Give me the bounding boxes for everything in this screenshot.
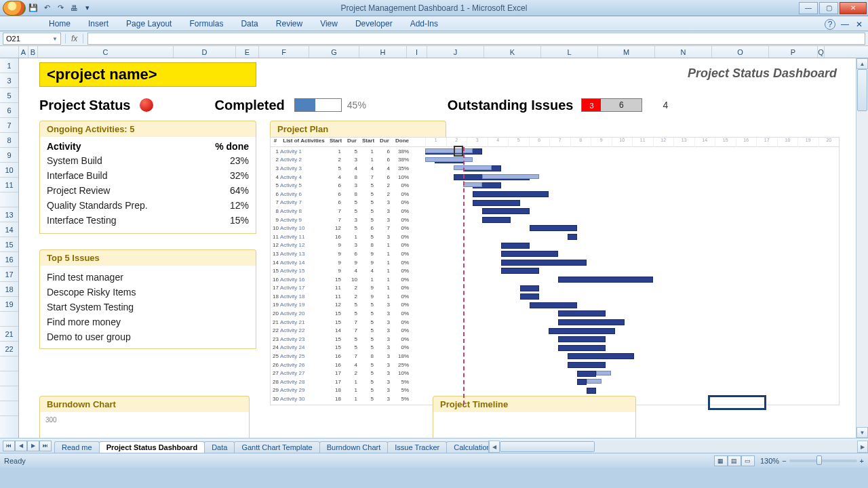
gantt-bar [568, 234, 577, 240]
qat-redo-icon[interactable]: ↷ [54, 2, 66, 14]
status-label: Project Status [39, 98, 130, 113]
ribbon-tab[interactable]: View [319, 17, 339, 30]
ribbon-tab[interactable]: Home [47, 17, 72, 30]
activity-row: System Build23% [47, 153, 249, 168]
sheet-tab[interactable]: Gantt Chart Template [234, 441, 319, 453]
gantt-selection-box [454, 146, 463, 157]
activity-row: Interface Build32% [47, 168, 249, 183]
qat-save-icon[interactable]: 💾 [27, 2, 39, 14]
quick-access-toolbar: 💾 ↶ ↷ 🖶 ▾ [0, 1, 94, 16]
zoom-slider[interactable] [789, 460, 857, 462]
scroll-left-icon[interactable]: ◀ [489, 441, 500, 453]
fx-icon[interactable]: fx [65, 34, 83, 43]
gantt-bar [520, 285, 539, 291]
scroll-thumb[interactable] [857, 69, 867, 111]
tab-nav-last-icon[interactable]: ⏭ [39, 441, 52, 451]
col-pct-done: % done [215, 141, 249, 152]
gantt-bar-actual [587, 379, 601, 384]
ribbon-tab[interactable]: Page Layout [125, 17, 173, 30]
gantt-bar [530, 302, 577, 308]
name-box[interactable]: O21▼ [3, 33, 61, 45]
issues-grey: 6 [601, 100, 642, 110]
ribbon-tab[interactable]: Developer [354, 17, 394, 30]
tab-nav-first-icon[interactable]: ⏮ [3, 441, 15, 451]
view-layout-icon[interactable]: ▤ [728, 455, 741, 466]
burndown-y-value: 300 [45, 416, 57, 424]
scroll-down-icon[interactable]: ▼ [856, 427, 868, 438]
summary-row: Project Status Completed 45% Outstanding… [39, 95, 837, 115]
close-button[interactable]: ✕ [840, 2, 867, 14]
column-headers[interactable]: ABCDEFGHIJKLMNOPQ [0, 46, 868, 58]
sheet-tab[interactable]: Issue Tracker [387, 441, 447, 453]
row-headers[interactable]: 13567891011131415161718192122 [0, 58, 19, 438]
sheet-tab[interactable]: Project Status Dashboard [99, 441, 205, 453]
gantt-bar [501, 268, 539, 274]
gantt-bar-actual [482, 174, 539, 179]
sheet-tab[interactable]: Burndown Chart [319, 441, 389, 453]
gantt-bar-actual [454, 165, 492, 170]
formula-input[interactable] [87, 33, 865, 45]
qat-more-icon[interactable]: ▾ [81, 2, 94, 14]
sheet-tab-bar: ⏮ ◀ ▶ ⏭ Read meProject Status DashboardD… [0, 438, 868, 453]
gantt-bar [577, 379, 587, 385]
qat-print-icon[interactable]: 🖶 [68, 2, 80, 14]
ribbon-minimize-icon[interactable]: — [840, 18, 850, 31]
zoom-out-icon[interactable]: − [782, 457, 786, 465]
gantt-bar [568, 362, 606, 368]
ribbon-close-icon[interactable]: ✕ [854, 18, 864, 31]
scroll-up-icon[interactable]: ▲ [856, 58, 868, 69]
gantt-bar [577, 371, 596, 377]
help-icon[interactable]: ? [825, 19, 835, 30]
gantt-bar [549, 328, 615, 334]
issue-row: Find more money [47, 314, 249, 329]
col-activity: Activity [47, 141, 81, 152]
panel-header: Top 5 Issues [39, 249, 256, 266]
gantt-bar [558, 319, 625, 325]
minimize-button[interactable]: — [799, 2, 818, 14]
formula-bar: O21▼ fx [0, 31, 868, 46]
burndown-panel: Burndown Chart 300 [39, 396, 250, 438]
issue-row: Descope Risky Items [47, 285, 249, 300]
qat-undo-icon[interactable]: ↶ [41, 2, 53, 14]
office-button[interactable] [3, 1, 26, 16]
vertical-scrollbar[interactable]: ▲ ▼ [856, 58, 868, 438]
ribbon-tab[interactable]: Insert [87, 17, 110, 30]
panel-header: Project Plan [270, 121, 446, 137]
horizontal-scrollbar[interactable]: ◀ ▶ [488, 441, 868, 453]
activity-row: Interface Testing15% [47, 213, 249, 228]
ribbon-tab[interactable]: Formulas [188, 17, 224, 30]
gantt-bar [568, 353, 634, 359]
zoom-value[interactable]: 130% [760, 457, 779, 465]
view-normal-icon[interactable]: ▦ [714, 455, 728, 466]
maximize-button[interactable]: ▢ [819, 2, 838, 14]
gantt-bar-actual [596, 371, 611, 375]
tab-nav-next-icon[interactable]: ▶ [27, 441, 39, 451]
sheet-tab[interactable]: Data [204, 441, 235, 453]
sheet-tab[interactable]: Read me [54, 441, 100, 453]
gantt-bar [501, 251, 558, 257]
gantt-bar [473, 191, 549, 197]
ribbon-tab[interactable]: Review [275, 17, 304, 30]
issues-bar: 3 6 [581, 98, 642, 112]
panel-header: Ongoing Activities: 5 [39, 121, 256, 137]
completed-bar [294, 98, 342, 112]
issue-row: Find test manager [47, 270, 249, 285]
gantt-bar-actual [425, 148, 473, 153]
ribbon-tab[interactable]: Add-Ins [409, 17, 439, 30]
view-break-icon[interactable]: ▭ [741, 455, 755, 466]
project-name-cell[interactable]: <project name> [39, 62, 256, 87]
activity-row: Quality Standards Prep.12% [47, 198, 249, 213]
zoom-in-icon[interactable]: + [860, 457, 864, 465]
gantt-bar [558, 336, 606, 342]
grid-content[interactable]: <project name> Project Status Dashboard … [19, 58, 856, 438]
ongoing-activities-panel: Ongoing Activities: 5 Activity% done Sys… [39, 121, 256, 234]
gantt-bar [501, 260, 587, 266]
gantt-bar [482, 217, 511, 223]
scroll-right-icon[interactable]: ▶ [857, 441, 868, 453]
scroll-thumb[interactable] [500, 441, 595, 452]
gantt-chart: #List of ActivitiesStartDurStartDurDone … [270, 137, 840, 405]
tab-nav-prev-icon[interactable]: ◀ [15, 441, 27, 451]
ribbon-tab[interactable]: Data [239, 17, 259, 30]
gantt-bar-actual [425, 157, 473, 162]
gantt-bar-actual [463, 182, 482, 187]
